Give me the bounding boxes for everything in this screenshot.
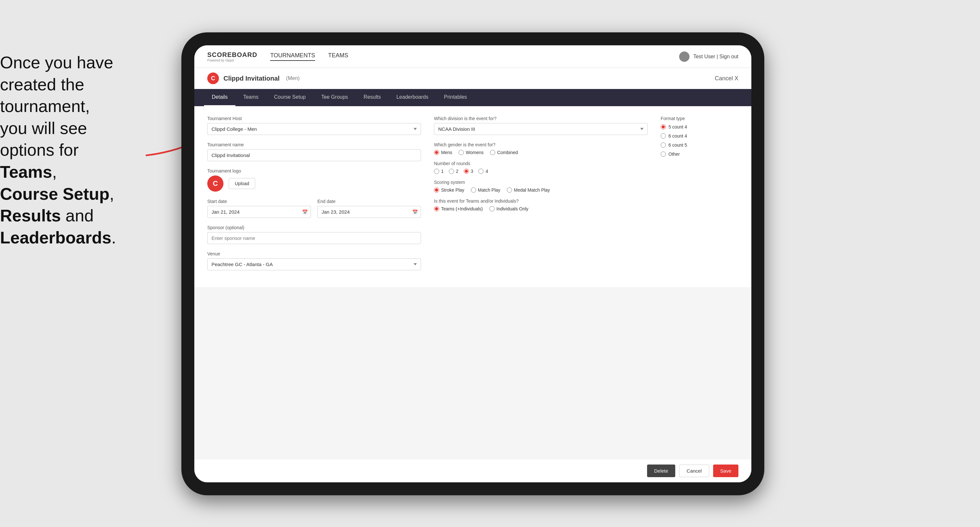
gender-womens[interactable]: Womens <box>458 150 484 155</box>
upload-button[interactable]: Upload <box>229 178 255 189</box>
instruction-line2: created the <box>0 75 84 94</box>
rounds-3[interactable]: 3 <box>464 169 474 174</box>
scoring-label: Scoring system <box>434 179 648 185</box>
tournament-host-select[interactable]: Clippd College - Men <box>207 123 421 135</box>
rounds-group: Number of rounds 1 2 3 <box>434 161 648 174</box>
division-select[interactable]: NCAA Division III <box>434 123 648 135</box>
rounds-4[interactable]: 4 <box>478 169 488 174</box>
end-date-input[interactable] <box>317 206 421 218</box>
sponsor-label: Sponsor (optional) <box>207 225 421 230</box>
format-other[interactable]: Other <box>661 151 738 157</box>
sponsor-input[interactable] <box>207 232 421 244</box>
cancel-x-button[interactable]: Cancel X <box>715 75 738 82</box>
scoring-group: Scoring system Stroke Play Match Play <box>434 179 648 193</box>
gender-mens-radio[interactable] <box>434 150 439 155</box>
individuals-only[interactable]: Individuals Only <box>489 206 528 211</box>
rounds-1-radio[interactable] <box>434 169 439 174</box>
format-other-radio[interactable] <box>661 151 666 157</box>
save-button[interactable]: Save <box>713 465 738 477</box>
tablet-frame: SCOREBOARD Powered by clippd TOURNAMENTS… <box>181 32 764 495</box>
scoring-match-radio[interactable] <box>471 187 476 193</box>
start-date-group: Start date 📅 <box>207 199 311 218</box>
left-column: Tournament Host Clippd College - Men Tou… <box>207 116 421 278</box>
start-date-input[interactable] <box>207 206 311 218</box>
nav-teams[interactable]: TEAMS <box>328 52 348 61</box>
tab-leaderboards[interactable]: Leaderboards <box>389 89 436 106</box>
tab-course-setup[interactable]: Course Setup <box>266 89 313 106</box>
gender-combined[interactable]: Combined <box>490 150 518 155</box>
instruction-bold2: Course Setup <box>0 184 110 203</box>
end-date-label: End date <box>317 199 421 204</box>
tournament-name-label: Tournament name <box>207 142 421 147</box>
tournament-name-group: Tournament name <box>207 142 421 161</box>
logo-upload-area: C Upload <box>207 175 421 192</box>
nav-right: Test User | Sign out <box>679 51 738 62</box>
instruction-line5: options for <box>0 140 79 159</box>
tournament-subtitle: (Men) <box>286 75 299 81</box>
rounds-2[interactable]: 2 <box>449 169 458 174</box>
user-signout[interactable]: Test User | Sign out <box>694 54 738 60</box>
end-date-group: End date 📅 <box>317 199 421 218</box>
tournament-name-input[interactable] <box>207 149 421 161</box>
form-footer: Delete Cancel Save <box>194 459 751 483</box>
rounds-label: Number of rounds <box>434 161 648 166</box>
scoring-match[interactable]: Match Play <box>471 187 500 193</box>
format-options: 5 count 4 6 count 4 6 count 5 Other <box>661 124 738 157</box>
teams-plus-individuals[interactable]: Teams (+Individuals) <box>434 206 483 211</box>
rounds-2-radio[interactable] <box>449 169 454 174</box>
tab-results[interactable]: Results <box>356 89 389 106</box>
delete-button[interactable]: Delete <box>647 465 675 477</box>
date-row: Start date 📅 End date 📅 <box>207 199 421 218</box>
format-5count4-radio[interactable] <box>661 124 666 130</box>
teams-plus-individuals-radio[interactable] <box>434 206 439 211</box>
tournament-logo-group: Tournament logo C Upload <box>207 168 421 192</box>
gender-options: Mens Womens Combined <box>434 150 648 155</box>
gender-combined-radio[interactable] <box>490 150 495 155</box>
format-6count4-radio[interactable] <box>661 133 666 138</box>
division-group: Which division is the event for? NCAA Di… <box>434 116 648 135</box>
individuals-only-radio[interactable] <box>489 206 495 211</box>
instruction-line4: you will see <box>0 119 87 138</box>
instruction-text: Once you have created the tournament, yo… <box>0 52 152 249</box>
gender-mens[interactable]: Mens <box>434 150 452 155</box>
instruction-bold1: Teams <box>0 162 52 181</box>
format-type-label: Format type <box>661 116 738 121</box>
sponsor-group: Sponsor (optional) <box>207 225 421 244</box>
format-5count4[interactable]: 5 count 4 <box>661 124 738 130</box>
scoring-stroke-radio[interactable] <box>434 187 439 193</box>
scoring-options: Stroke Play Match Play Medal Match Play <box>434 187 648 193</box>
avatar <box>679 51 689 62</box>
format-6count5-radio[interactable] <box>661 143 666 148</box>
rounds-options: 1 2 3 4 <box>434 169 648 174</box>
scoring-stroke[interactable]: Stroke Play <box>434 187 465 193</box>
nav-tournaments[interactable]: TOURNAMENTS <box>270 52 315 61</box>
tab-teams[interactable]: Teams <box>235 89 266 106</box>
tournament-host-group: Tournament Host Clippd College - Men <box>207 116 421 135</box>
rounds-3-radio[interactable] <box>464 169 469 174</box>
tournament-icon: C <box>207 73 219 84</box>
rounds-4-radio[interactable] <box>478 169 484 174</box>
gender-label: Which gender is the event for? <box>434 142 648 147</box>
tournament-title: Clippd Invitational <box>223 75 280 82</box>
instruction-line1: Once you have <box>0 53 113 72</box>
start-date-wrapper: 📅 <box>207 206 311 218</box>
format-6count5[interactable]: 6 count 5 <box>661 143 738 148</box>
cancel-button[interactable]: Cancel <box>679 465 709 477</box>
dates-group: Start date 📅 End date 📅 <box>207 199 421 218</box>
tab-printables[interactable]: Printables <box>436 89 475 106</box>
tab-details[interactable]: Details <box>204 89 235 106</box>
scoring-medal-match[interactable]: Medal Match Play <box>507 187 550 193</box>
tournament-logo-label: Tournament logo <box>207 168 421 173</box>
middle-column: Which division is the event for? NCAA Di… <box>434 116 648 278</box>
rounds-1[interactable]: 1 <box>434 169 444 174</box>
format-column: Format type 5 count 4 6 count 4 6 count … <box>661 116 738 278</box>
scoring-medal-match-radio[interactable] <box>507 187 512 193</box>
logo-text: SCOREBOARD <box>207 51 257 58</box>
tab-tee-groups[interactable]: Tee Groups <box>313 89 356 106</box>
format-6count4[interactable]: 6 count 4 <box>661 133 738 138</box>
gender-womens-radio[interactable] <box>458 150 464 155</box>
venue-select[interactable]: Peachtree GC - Atlanta - GA <box>207 258 421 270</box>
nav-left: SCOREBOARD Powered by clippd TOURNAMENTS… <box>207 51 348 62</box>
logo-area: SCOREBOARD Powered by clippd <box>207 51 257 62</box>
instruction-line3: tournament, <box>0 97 90 116</box>
